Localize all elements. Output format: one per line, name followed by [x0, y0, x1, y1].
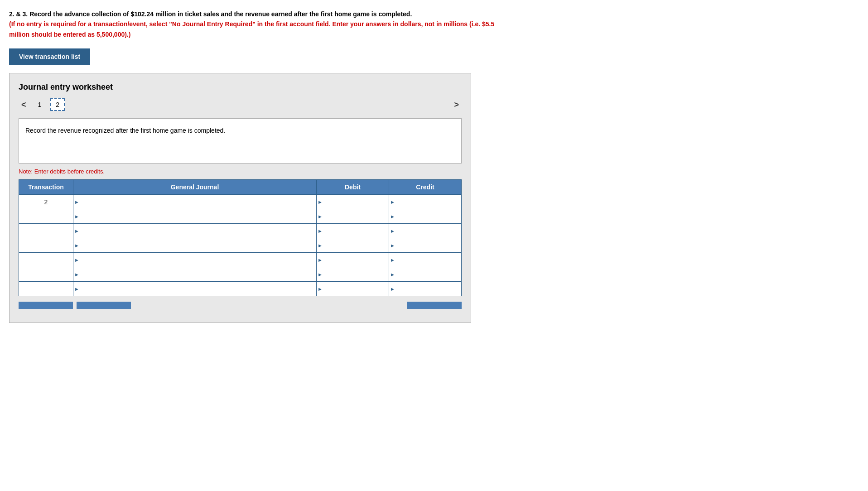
journal-table: Transaction General Journal Debit Credit… — [19, 179, 462, 296]
credit-cell-6[interactable]: ► — [389, 267, 462, 282]
table-row: ► ► ► — [19, 282, 462, 296]
journal-input-6[interactable] — [73, 267, 316, 281]
journal-cell-6[interactable]: ► — [73, 267, 317, 282]
col-header-credit: Credit — [389, 180, 462, 195]
arrow-icon-d7: ► — [318, 286, 323, 292]
credit-input-6[interactable] — [389, 267, 461, 281]
table-row: ► ► ► — [19, 209, 462, 224]
credit-cell-1[interactable]: ► — [389, 195, 462, 209]
debit-input-2[interactable] — [317, 209, 389, 223]
arrow-icon-d5: ► — [318, 257, 323, 263]
table-row: ► ► ► — [19, 238, 462, 253]
credit-input-7[interactable] — [389, 282, 461, 296]
arrow-icon-2: ► — [74, 214, 79, 219]
debit-cell-1[interactable]: ► — [317, 195, 389, 209]
credit-input-1[interactable] — [389, 195, 461, 209]
journal-cell-4[interactable]: ► — [73, 238, 317, 253]
worksheet-title: Journal entry worksheet — [19, 82, 462, 92]
transaction-cell-1: 2 — [19, 195, 73, 209]
credit-cell-3[interactable]: ► — [389, 224, 462, 238]
debit-input-5[interactable] — [317, 253, 389, 267]
description-box: Record the revenue recognized after the … — [19, 118, 462, 164]
arrow-icon-c4: ► — [390, 243, 395, 248]
table-row: ► ► ► — [19, 267, 462, 282]
debit-input-3[interactable] — [317, 224, 389, 238]
debit-input-7[interactable] — [317, 282, 389, 296]
bottom-btn-3[interactable] — [407, 302, 462, 309]
worksheet-container: Journal entry worksheet < 1 2 > Record t… — [9, 73, 471, 323]
instructions-block: 2. & 3. Record the advance collection of… — [9, 9, 507, 39]
arrow-icon-4: ► — [74, 243, 79, 248]
arrow-icon-d6: ► — [318, 272, 323, 277]
bottom-btn-2[interactable] — [77, 302, 131, 309]
instruction-line2: (If no entry is required for a transacti… — [9, 20, 494, 38]
debit-cell-6[interactable]: ► — [317, 267, 389, 282]
arrow-icon-6: ► — [74, 272, 79, 277]
credit-cell-5[interactable]: ► — [389, 253, 462, 267]
arrow-icon-1: ► — [74, 199, 79, 205]
transaction-cell-4 — [19, 238, 73, 253]
description-text: Record the revenue recognized after the … — [25, 127, 225, 134]
debit-cell-4[interactable]: ► — [317, 238, 389, 253]
transaction-cell-2 — [19, 209, 73, 224]
debit-cell-7[interactable]: ► — [317, 282, 389, 296]
tab-1[interactable]: 1 — [34, 99, 46, 110]
bottom-btn-1[interactable] — [19, 302, 73, 309]
journal-cell-1[interactable]: ► — [73, 195, 317, 209]
journal-input-2[interactable] — [73, 209, 316, 223]
transaction-cell-7 — [19, 282, 73, 296]
journal-input-1[interactable] — [73, 195, 316, 209]
debit-input-1[interactable] — [317, 195, 389, 209]
journal-input-7[interactable] — [73, 282, 316, 296]
credit-input-4[interactable] — [389, 238, 461, 252]
table-row: ► ► ► — [19, 224, 462, 238]
credit-input-3[interactable] — [389, 224, 461, 238]
journal-cell-3[interactable]: ► — [73, 224, 317, 238]
table-row: 2 ► ► ► — [19, 195, 462, 209]
table-row: ► ► ► — [19, 253, 462, 267]
tab-2[interactable]: 2 — [50, 98, 65, 111]
instruction-line1: 2. & 3. Record the advance collection of… — [9, 10, 412, 18]
debit-cell-3[interactable]: ► — [317, 224, 389, 238]
journal-cell-5[interactable]: ► — [73, 253, 317, 267]
transaction-cell-5 — [19, 253, 73, 267]
col-header-journal: General Journal — [73, 180, 317, 195]
arrow-icon-c6: ► — [390, 272, 395, 277]
arrow-icon-c7: ► — [390, 286, 395, 292]
debit-cell-2[interactable]: ► — [317, 209, 389, 224]
arrow-icon-d3: ► — [318, 228, 323, 234]
arrow-icon-d4: ► — [318, 243, 323, 248]
arrow-icon-3: ► — [74, 228, 79, 234]
arrow-icon-d2: ► — [318, 214, 323, 219]
credit-input-2[interactable] — [389, 209, 461, 223]
journal-cell-2[interactable]: ► — [73, 209, 317, 224]
arrow-icon-7: ► — [74, 286, 79, 292]
transaction-cell-6 — [19, 267, 73, 282]
prev-arrow[interactable]: < — [19, 99, 29, 111]
credit-cell-4[interactable]: ► — [389, 238, 462, 253]
note-text: Note: Enter debits before credits. — [19, 168, 462, 175]
journal-input-5[interactable] — [73, 253, 316, 267]
credit-cell-2[interactable]: ► — [389, 209, 462, 224]
debit-input-6[interactable] — [317, 267, 389, 281]
arrow-icon-c1: ► — [390, 199, 395, 205]
arrow-icon-c3: ► — [390, 228, 395, 234]
arrow-icon-5: ► — [74, 257, 79, 263]
bottom-buttons — [19, 302, 462, 309]
transaction-cell-3 — [19, 224, 73, 238]
credit-cell-7[interactable]: ► — [389, 282, 462, 296]
journal-cell-7[interactable]: ► — [73, 282, 317, 296]
col-header-debit: Debit — [317, 180, 389, 195]
col-header-transaction: Transaction — [19, 180, 73, 195]
arrow-icon-c5: ► — [390, 257, 395, 263]
next-arrow[interactable]: > — [451, 99, 462, 111]
debit-cell-5[interactable]: ► — [317, 253, 389, 267]
journal-input-4[interactable] — [73, 238, 316, 252]
arrow-icon-c2: ► — [390, 214, 395, 219]
tab-navigation: < 1 2 > — [19, 98, 462, 111]
journal-input-3[interactable] — [73, 224, 316, 238]
view-transaction-button[interactable]: View transaction list — [9, 48, 90, 65]
arrow-icon-d1: ► — [318, 199, 323, 205]
debit-input-4[interactable] — [317, 238, 389, 252]
credit-input-5[interactable] — [389, 253, 461, 267]
